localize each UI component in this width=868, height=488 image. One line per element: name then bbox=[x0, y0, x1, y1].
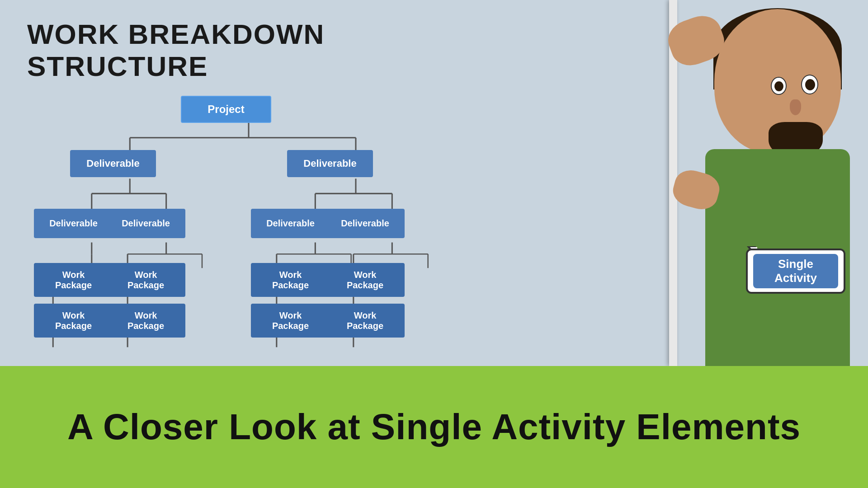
deliverable-l1-left-label: Deliverable bbox=[86, 158, 139, 169]
deliverable-l2-rl-label: Deliverable bbox=[266, 218, 315, 229]
workpackage-ll-1: WorkPackage bbox=[34, 263, 113, 297]
wp-ll-1-label: WorkPackage bbox=[55, 270, 92, 291]
diagram-panel: WORK BREAKDOWN STRUCTURE bbox=[0, 0, 493, 366]
deliverable-l2-rr: Deliverable bbox=[326, 209, 405, 238]
deliverable-l2-ll: Deliverable bbox=[34, 209, 113, 238]
diagram-area: WORK BREAKDOWN STRUCTURE bbox=[0, 0, 868, 366]
project-node: Project bbox=[181, 96, 271, 123]
deliverable-l2-rl: Deliverable bbox=[251, 209, 330, 238]
person-eye-left bbox=[771, 77, 787, 95]
wp-rr-1-label: WorkPackage bbox=[347, 270, 383, 291]
wp-lr-1-label: WorkPackage bbox=[127, 270, 164, 291]
chart-container: Project Deliverable Deliverable Delivera… bbox=[27, 96, 470, 403]
workpackage-lr-1: WorkPackage bbox=[106, 263, 185, 297]
person-figure bbox=[561, 0, 868, 366]
person-eye-right bbox=[801, 75, 818, 94]
wbs-title: WORK BREAKDOWN STRUCTURE bbox=[27, 18, 470, 82]
wp-rl-1-label: WorkPackage bbox=[272, 270, 309, 291]
deliverable-l1-right: Deliverable bbox=[287, 150, 373, 177]
wp-rr-2-label: WorkPackage bbox=[347, 310, 383, 331]
speech-bubble: SingleActivity bbox=[746, 249, 845, 294]
deliverable-l2-lr: Deliverable bbox=[106, 209, 185, 238]
deliverable-l1-right-label: Deliverable bbox=[303, 158, 356, 169]
workpackage-rr-2: WorkPackage bbox=[326, 304, 405, 338]
connector-lines bbox=[27, 96, 470, 403]
person-nose bbox=[790, 99, 801, 115]
speech-bubble-text: SingleActivity bbox=[774, 257, 817, 285]
workpackage-lr-2: WorkPackage bbox=[106, 304, 185, 338]
deliverable-l2-lr-label: Deliverable bbox=[122, 218, 170, 229]
person-area: SingleActivity bbox=[493, 0, 868, 366]
main-container: WORK BREAKDOWN STRUCTURE bbox=[0, 0, 868, 488]
wp-lr-2-label: WorkPackage bbox=[127, 310, 164, 331]
deliverable-l1-left: Deliverable bbox=[70, 150, 156, 177]
deliverable-l2-rr-label: Deliverable bbox=[341, 218, 389, 229]
workpackage-ll-2: WorkPackage bbox=[34, 304, 113, 338]
speech-bubble-inner: SingleActivity bbox=[753, 254, 838, 288]
bottom-bar-text: A Closer Look at Single Activity Element… bbox=[67, 406, 801, 448]
project-label: Project bbox=[208, 103, 244, 116]
wp-ll-2-label: WorkPackage bbox=[55, 310, 92, 331]
workpackage-rr-1: WorkPackage bbox=[326, 263, 405, 297]
workpackage-rl-2: WorkPackage bbox=[251, 304, 330, 338]
workpackage-rl-1: WorkPackage bbox=[251, 263, 330, 297]
deliverable-l2-ll-label: Deliverable bbox=[49, 218, 98, 229]
wp-rl-2-label: WorkPackage bbox=[272, 310, 309, 331]
